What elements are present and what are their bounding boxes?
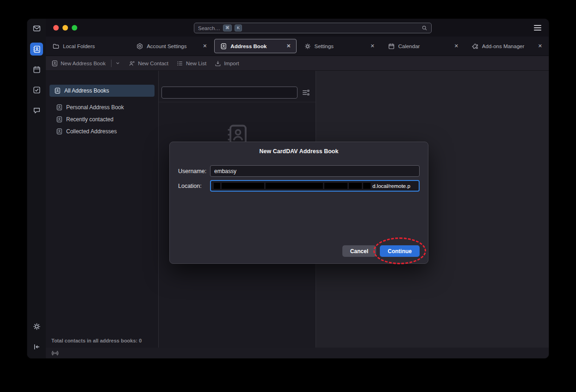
username-input[interactable] bbox=[210, 165, 420, 177]
contacts-total-status: Total contacts in all address books: 0 bbox=[51, 338, 142, 343]
chat-space-icon[interactable] bbox=[30, 104, 43, 117]
tab-close-icon[interactable]: ✕ bbox=[453, 43, 460, 49]
mail-space-icon[interactable] bbox=[30, 22, 43, 35]
sidebar-item-personal-address-book[interactable]: Personal Address Book bbox=[51, 101, 155, 113]
address-book-icon bbox=[51, 60, 58, 67]
account-settings-icon bbox=[136, 43, 143, 50]
traffic-lights bbox=[53, 25, 77, 31]
tab-address-book[interactable]: Address Book ✕ bbox=[214, 39, 296, 53]
list-icon bbox=[177, 60, 183, 67]
status-bar bbox=[46, 348, 549, 358]
tab-local-folders[interactable]: Local Folders bbox=[47, 39, 129, 53]
import-label: Import bbox=[224, 61, 239, 66]
calendar-icon bbox=[388, 43, 395, 50]
sidebar-item-label: Collected Addresses bbox=[66, 128, 117, 135]
calendar-space-icon[interactable] bbox=[30, 63, 43, 76]
continue-button[interactable]: Continue bbox=[380, 245, 420, 257]
window-header: Search… ⌘ K bbox=[46, 19, 549, 37]
network-activity-icon bbox=[51, 349, 59, 357]
search-placeholder: Search… bbox=[198, 25, 220, 31]
sidebar-item-label: Recently contacted bbox=[66, 116, 113, 123]
tab-addons-manager[interactable]: Add-ons Manager ✕ bbox=[466, 39, 548, 53]
tab-account-settings[interactable]: Account Settings ✕ bbox=[130, 39, 212, 53]
sidebar-item-collected-addresses[interactable]: Collected Addresses bbox=[51, 125, 155, 137]
redaction-bar bbox=[222, 183, 264, 189]
tab-close-icon[interactable]: ✕ bbox=[285, 43, 292, 49]
address-book-toolbar: New Address Book New Contact New List Im… bbox=[46, 56, 549, 71]
new-list-label: New List bbox=[186, 61, 206, 66]
spaces-toolbar bbox=[27, 19, 46, 358]
display-options-icon[interactable] bbox=[302, 88, 310, 97]
redaction-bar bbox=[214, 183, 220, 189]
new-carddav-dialog: New CardDAV Address Book Username: Locat… bbox=[169, 142, 428, 264]
new-address-book-button[interactable]: New Address Book bbox=[51, 60, 120, 67]
address-book-icon bbox=[56, 116, 62, 123]
global-search-bar[interactable]: Search… ⌘ K bbox=[194, 23, 432, 33]
address-book-icon bbox=[56, 128, 62, 135]
tab-settings[interactable]: Settings ✕ bbox=[298, 39, 380, 53]
collapse-spaces-icon[interactable] bbox=[30, 340, 43, 353]
sidebar-item-recently-contacted[interactable]: Recently contacted bbox=[51, 113, 155, 125]
puzzle-icon bbox=[472, 43, 478, 50]
new-address-book-label: New Address Book bbox=[61, 61, 105, 66]
settings-gear-icon[interactable] bbox=[30, 320, 43, 333]
k-keycap: K bbox=[235, 25, 242, 31]
tab-label: Calendar bbox=[398, 44, 449, 49]
redaction-bar bbox=[349, 183, 362, 189]
redaction-bar bbox=[363, 183, 371, 189]
location-visible-text: d.local/remote.p bbox=[372, 183, 410, 189]
new-contact-icon bbox=[129, 60, 135, 67]
location-input[interactable]: d.local/remote.p bbox=[210, 180, 420, 192]
thunderbird-window: Search… ⌘ K Local Folders Account Settin… bbox=[27, 19, 549, 359]
sidebar-item-label: All Address Books bbox=[64, 87, 109, 94]
username-row: Username: bbox=[178, 165, 420, 177]
gear-icon bbox=[304, 43, 311, 50]
zoom-window-button[interactable] bbox=[72, 25, 77, 31]
sidebar-item-all-address-books[interactable]: All Address Books bbox=[50, 85, 155, 97]
import-icon bbox=[215, 60, 221, 67]
location-row: Location: d.local/remote.p bbox=[178, 180, 420, 192]
close-window-button[interactable] bbox=[53, 25, 59, 31]
contacts-search-input[interactable] bbox=[161, 87, 297, 99]
tab-close-icon[interactable]: ✕ bbox=[537, 43, 544, 49]
tab-label: Address Book bbox=[230, 44, 281, 49]
cancel-button[interactable]: Cancel bbox=[342, 245, 376, 257]
app-menu-button[interactable] bbox=[534, 25, 541, 31]
address-books-sidebar: All Address Books Personal Address Book … bbox=[46, 71, 159, 348]
address-book-icon bbox=[220, 43, 227, 50]
sidebar-item-label: Personal Address Book bbox=[66, 104, 124, 111]
tab-close-icon[interactable]: ✕ bbox=[369, 43, 376, 49]
username-label: Username: bbox=[178, 168, 210, 174]
address-book-space-icon[interactable] bbox=[30, 43, 43, 56]
dialog-title: New CardDAV Address Book bbox=[170, 148, 428, 155]
redaction-bar bbox=[324, 183, 347, 189]
cmd-keycap: ⌘ bbox=[223, 25, 232, 31]
tab-close-icon[interactable]: ✕ bbox=[201, 43, 208, 49]
address-book-icon bbox=[56, 104, 62, 111]
redaction-bar bbox=[266, 183, 323, 189]
search-icon bbox=[421, 25, 427, 31]
location-label: Location: bbox=[178, 183, 210, 189]
new-contact-button[interactable]: New Contact bbox=[129, 60, 168, 67]
tab-label: Account Settings bbox=[147, 44, 198, 49]
import-button[interactable]: Import bbox=[215, 60, 239, 67]
tab-label: Local Folders bbox=[63, 44, 124, 49]
desktop: Search… ⌘ K Local Folders Account Settin… bbox=[0, 0, 576, 392]
tab-bar: Local Folders Account Settings ✕ Address… bbox=[46, 37, 549, 56]
dialog-buttons: Cancel Continue bbox=[342, 245, 420, 257]
contacts-search-row bbox=[159, 71, 316, 102]
new-list-button[interactable]: New List bbox=[177, 60, 206, 67]
tab-label: Settings bbox=[315, 44, 365, 49]
tab-label: Add-ons Manager bbox=[482, 44, 533, 49]
divider bbox=[111, 60, 111, 67]
minimize-window-button[interactable] bbox=[62, 25, 68, 31]
tasks-space-icon[interactable] bbox=[30, 83, 43, 96]
chevron-down-icon bbox=[115, 61, 120, 66]
new-contact-label: New Contact bbox=[138, 61, 168, 66]
address-book-icon bbox=[54, 87, 61, 94]
tab-calendar[interactable]: Calendar ✕ bbox=[382, 39, 464, 53]
folder-icon bbox=[53, 43, 59, 50]
